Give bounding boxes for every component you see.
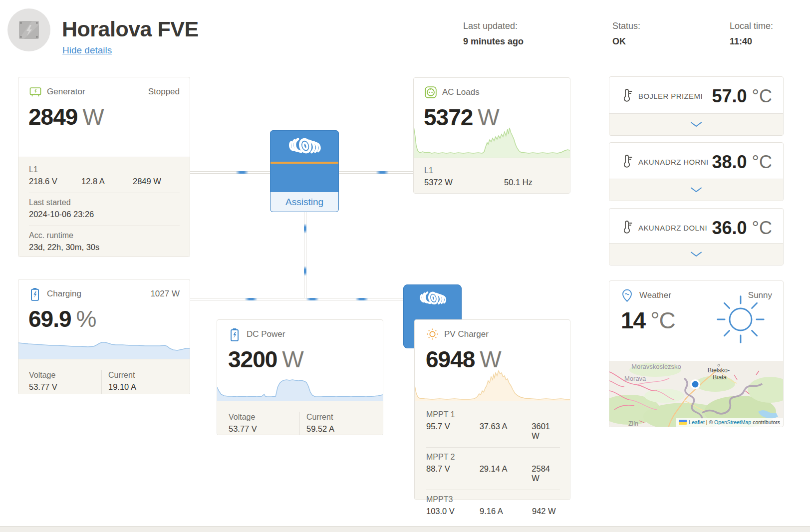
dc-current-label: Current (306, 413, 373, 422)
generator-last-started-value: 2024-10-06 23:26 (29, 210, 180, 219)
mppt2-power: 2584 W (532, 464, 560, 483)
dc-power-unit: W (282, 346, 303, 372)
pin-icon (621, 289, 634, 302)
dc-bus-wire (190, 298, 403, 300)
ac-loads-phase-label: L1 (424, 166, 560, 175)
divider (426, 447, 560, 448)
location-marker (692, 381, 699, 388)
mppt1-values: 95.7 V 37.63 A 3601 W (426, 422, 560, 441)
battery-current-block: Current 19.10 A (101, 370, 180, 394)
leaflet-link[interactable]: Leaflet (689, 419, 705, 425)
map-region-label: Moravskoslezsko (631, 363, 681, 370)
hide-details-link[interactable]: Hide details (62, 45, 112, 56)
temp-label: AKUNADRZ DOLNI (638, 224, 707, 232)
inverter-stripe (270, 162, 338, 164)
map-city-label: Zlín (628, 420, 638, 427)
battery-card-head: Charging 1027 W (29, 287, 180, 300)
generator-last-started-label: Last started (29, 198, 180, 207)
attribution-separator: | © (705, 419, 714, 425)
generator-phase-values: 218.6 V 12.8 A 2849 W (29, 177, 180, 186)
mppt3-voltage: 103.0 V (426, 507, 480, 516)
mppt3-name: MPPT3 (426, 495, 560, 504)
osm-link[interactable]: OpenStreetMap (714, 419, 751, 425)
thermometer-icon (621, 89, 632, 105)
local-time: Local time: 11:40 (730, 21, 773, 47)
last-updated-value: 9 minutes ago (463, 36, 524, 47)
thermometer-icon (621, 221, 632, 237)
dc-power-value-row: 3200W (228, 346, 303, 373)
last-updated: Last updated: 9 minutes ago (463, 21, 524, 47)
local-time-label: Local time: (730, 21, 773, 31)
victron-logo (270, 131, 338, 162)
dc-power-label: DC Power (247, 329, 285, 339)
battery-soc: 69.9% (28, 305, 96, 332)
dc-power-value: 3200 (228, 346, 277, 372)
temp-card-expander[interactable] (609, 113, 783, 135)
generator-current: 12.8 A (81, 177, 133, 186)
generator-power-value: 2849 (28, 104, 77, 130)
power-flow-dash (304, 266, 306, 276)
temp-number: 38.0 (712, 152, 747, 172)
ac-loads-phase-power: 5372 W (424, 178, 504, 187)
dc-current-block: Current 59.52 A (299, 412, 373, 435)
generator-label: Generator (47, 87, 85, 97)
divider (29, 193, 180, 193)
battery-voltage-label: Voltage (29, 371, 101, 380)
temp-card-bojler-prizemi: BOJLER PRIZEMI 57.0 °C (609, 76, 784, 136)
temp-unit: °C (752, 86, 772, 106)
generator-card-head: Generator Stopped (29, 85, 180, 98)
weather-label: Weather (639, 290, 671, 300)
inverter-state: Assisting (270, 192, 338, 212)
dc-voltage-value: 53.77 V (229, 424, 299, 434)
battery-sparkline (18, 338, 190, 359)
ac-loads-card-head: AC Loads (424, 86, 560, 99)
mppt2-name: MPPT 2 (426, 453, 560, 462)
generator-voltage: 218.6 V (29, 177, 81, 186)
generator-power-unit: W (82, 104, 103, 130)
power-flow-dash (245, 298, 258, 300)
temp-number: 57.0 (712, 86, 747, 106)
ac-loads-frequency: 50.1 Hz (504, 178, 533, 187)
dc-power-card: DC Power 3200W Voltage 53.77 V Current 5… (217, 319, 383, 435)
power-flow-dash (306, 298, 319, 300)
battery-details: Voltage 53.77 V Current 19.10 A (18, 359, 190, 394)
battery-power: 1027 W (150, 289, 180, 299)
ac-loads-sparkline (414, 122, 570, 158)
outlet-icon (424, 86, 437, 99)
power-flow-dash (304, 224, 306, 234)
inverter-node[interactable]: Assisting (270, 130, 339, 212)
ac-loads-details: L1 5372 W 50.1 Hz (414, 158, 570, 193)
battery-soc-unit: % (76, 306, 96, 332)
temp-card-expander[interactable] (609, 179, 783, 201)
battery-voltage-value: 53.77 V (29, 382, 101, 392)
temp-label: AKUNADRZ HORNI (638, 158, 709, 166)
dc-voltage-label: Voltage (229, 413, 299, 422)
mppt2-current: 29.14 A (480, 464, 532, 483)
vrm-dashboard: Horalova FVE Hide details Last updated: … (0, 0, 810, 532)
pv-charger-label: PV Charger (444, 329, 489, 339)
battery-card: Charging 1027 W 69.9% Voltage 53.77 V Cu… (18, 279, 190, 394)
dc-power-card-head: DC Power (229, 328, 373, 341)
generator-phase-label: L1 (29, 165, 180, 174)
weather-temperature: 14°C (621, 307, 675, 334)
temp-value: 36.0 °C (712, 218, 773, 239)
sun-outline-icon (713, 292, 768, 349)
temp-number: 36.0 (712, 218, 747, 238)
map-tiles: Moravskoslezsko Morava Bielsko- Biała Zl… (609, 361, 783, 427)
weather-map[interactable]: Moravskoslezsko Morava Bielsko- Biała Zl… (609, 361, 783, 427)
temp-card-expander[interactable] (609, 243, 783, 265)
pv-charger-sparkline (415, 366, 570, 401)
dc-power-sparkline (217, 372, 383, 401)
last-updated-label: Last updated: (463, 21, 524, 31)
weather-temperature-value: 14 (621, 307, 645, 333)
power-flow-dash (355, 298, 368, 300)
battery-soc-value: 69.9 (28, 306, 71, 332)
generator-power: 2849W (28, 103, 104, 130)
footer-bar (0, 526, 810, 532)
ac-loads-phase-values: 5372 W 50.1 Hz (424, 178, 560, 187)
ac-loads-card: AC Loads 5372W L1 5372 W 50.1 Hz (413, 77, 570, 194)
thermometer-icon (621, 155, 632, 171)
battery-current-value: 19.10 A (108, 382, 180, 392)
local-time-value: 11:40 (730, 36, 773, 47)
map-river-label: Morava (624, 375, 646, 382)
